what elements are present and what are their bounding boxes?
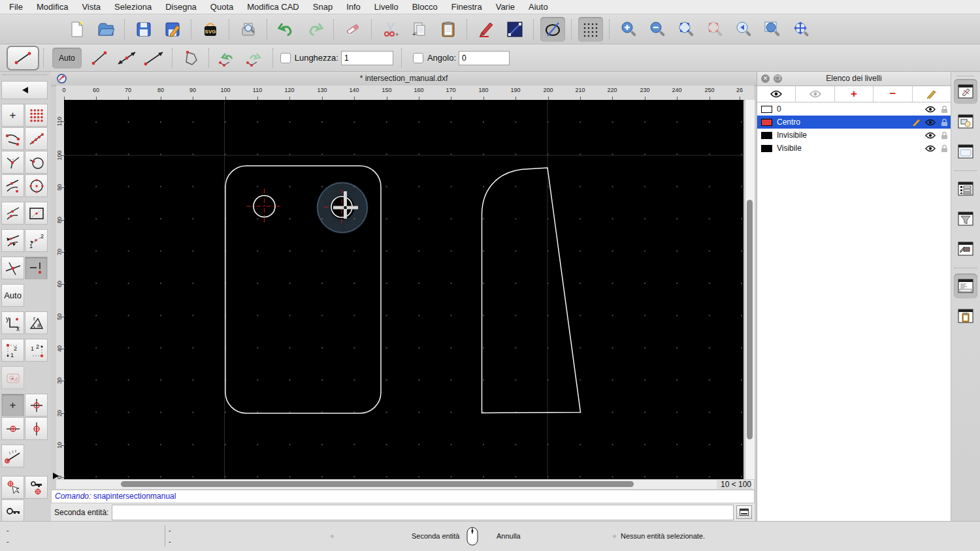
undo-segment-button[interactable] [214,47,240,69]
snap-grid-button[interactable] [25,104,48,127]
layer-row[interactable]: Invisibile [757,129,951,142]
menu-item[interactable]: Quota [210,2,233,12]
svg-export-button[interactable]: SVG [198,17,223,42]
corner-coordinate-1-button[interactable]: 12 [1,339,24,362]
dock-entity-list-button[interactable] [954,176,977,201]
layer-color-swatch[interactable] [761,132,772,139]
cut-button[interactable]: + [378,17,403,42]
layer-color-swatch[interactable] [761,145,772,152]
layer-row[interactable]: Visibile [757,142,951,155]
snap-distance-button[interactable]: 12 [25,229,48,252]
save-as-button[interactable] [160,17,185,42]
menu-item[interactable]: Vista [82,2,101,12]
length-input[interactable] [341,51,393,65]
angle-gauge-button[interactable] [1,445,24,467]
menu-item[interactable]: File [9,2,23,12]
copy-button[interactable]: + [407,17,432,42]
dock-layer-list-button[interactable] [954,79,977,104]
restrict-vertical-button[interactable] [25,417,48,440]
menu-item[interactable]: Livello [374,2,399,12]
restrict-orthogonal-button[interactable] [25,394,48,417]
snap-auto-button[interactable]: Auto [1,284,24,307]
corner-coordinate-2-button[interactable]: 12 [25,339,48,362]
layer-lock-icon[interactable] [941,131,948,140]
line-attributes-button[interactable] [502,17,527,42]
coordinate-polar-button[interactable]: ra [25,311,48,334]
zoom-out-button[interactable] [645,17,670,42]
snap-free-button[interactable]: + [1,104,24,127]
menu-item[interactable]: Info [346,2,361,12]
undo-button[interactable] [274,17,299,42]
angle-input[interactable] [459,51,510,65]
hide-all-layers-button[interactable] [796,86,834,102]
dock-section-view-button[interactable] [954,236,977,261]
menu-item[interactable]: Varie [496,2,515,12]
show-all-layers-button[interactable] [757,86,796,102]
snap-intersection-button[interactable] [1,257,24,279]
back-button[interactable] [1,81,48,99]
line-angle-both-button[interactable] [114,47,140,69]
lock-zero-button[interactable] [1,499,24,522]
add-layer-button[interactable]: + [835,86,874,102]
length-checkbox[interactable] [280,53,291,63]
zoom-selection-button[interactable] [702,17,727,42]
zoom-window-button[interactable] [760,17,785,42]
delete-button[interactable] [340,17,365,42]
dock-block-list-button[interactable] [954,109,977,134]
vertical-scrollbar[interactable] [745,100,755,479]
layer-panel-float-button[interactable]: ❐ [774,74,782,83]
ellipse-tool-button[interactable] [540,17,565,42]
snap-restrict-box-button[interactable] [25,202,48,225]
dock-command-widget-button[interactable] [954,274,977,298]
snap-intersection-manual-button[interactable] [25,257,48,279]
dock-library-browser-button[interactable] [954,139,977,164]
horizontal-scrollbar[interactable]: 10 < 100 [56,480,754,489]
layer-panel-close-button[interactable]: ✕ [761,74,770,83]
layer-row[interactable]: Centro [757,116,951,129]
angle-checkbox[interactable] [413,53,423,63]
dock-filter-button[interactable] [954,206,977,231]
set-relative-zero-button[interactable] [1,476,24,499]
coordinate-cartesian-button[interactable]: yx [1,311,24,334]
menu-item[interactable]: Snap [313,2,333,12]
snap-tangent-button[interactable] [25,151,48,174]
save-button[interactable] [131,17,156,42]
line-angle-button[interactable] [141,47,167,69]
layer-visibility-icon[interactable] [925,119,936,126]
pen-edit-button[interactable] [474,17,498,42]
layer-edit-icon[interactable] [912,118,921,126]
lock-relative-zero-button[interactable] [25,476,48,499]
open-file-button[interactable] [93,17,118,42]
polyline-close-button[interactable] [178,47,204,69]
redo-button[interactable] [302,17,327,42]
layer-visibility-icon[interactable] [925,106,936,113]
zoom-previous-button[interactable] [731,17,756,42]
menu-item[interactable]: Blocco [412,2,438,12]
layer-color-swatch[interactable] [761,119,772,126]
line-two-points-button[interactable] [86,47,112,69]
command-input[interactable] [112,505,734,520]
dock-clipboard-button[interactable] [954,304,977,328]
drawing-window-titlebar[interactable]: * intersection_manual.dxf [51,72,757,86]
menu-item[interactable]: Finestra [451,2,482,12]
zoom-auto-button[interactable] [674,17,698,42]
selection-tool-button[interactable] [1,366,24,389]
layer-lock-icon[interactable] [941,105,948,114]
redo-segment-button[interactable] [242,47,268,69]
menu-item[interactable]: Aiuto [529,2,548,12]
edit-layer-button[interactable] [913,86,951,102]
current-tool-line-button[interactable] [7,46,39,71]
snap-on-entity-button[interactable] [25,127,48,150]
grid-toggle-button[interactable] [578,17,603,42]
pan-button[interactable] [789,17,813,42]
new-file-button[interactable] [65,17,90,42]
remove-layer-button[interactable]: − [874,86,912,102]
menu-item[interactable]: Seleziona [114,2,152,12]
menu-item[interactable]: Modifica [37,2,68,12]
horizontal-scrollbar-thumb[interactable] [121,481,634,487]
snap-perpendicular-button[interactable] [1,151,24,174]
snap-endpoints-button[interactable] [1,127,24,150]
layer-color-swatch[interactable] [761,106,772,113]
paste-button[interactable] [436,17,461,42]
snap-auto-entities-button[interactable] [1,229,24,252]
